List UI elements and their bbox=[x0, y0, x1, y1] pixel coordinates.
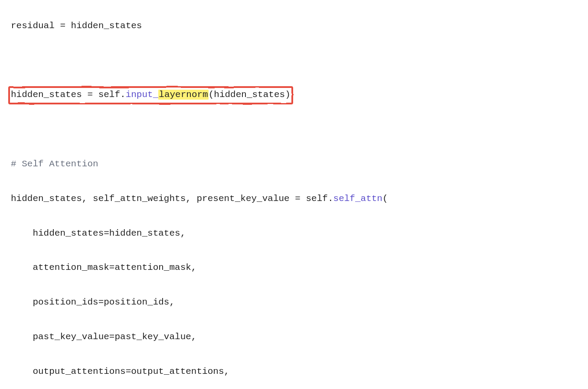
code-line: position_ids=position_ids, bbox=[11, 294, 586, 311]
code-line bbox=[11, 121, 586, 138]
code-attr: input_ bbox=[126, 90, 159, 100]
code-text: past_key_value=past_key_value, bbox=[11, 332, 196, 342]
code-text: (hidden_states) bbox=[209, 90, 291, 100]
code-line-highlight-box: hidden_states = self.input_layernorm(hid… bbox=[11, 86, 586, 104]
code-line: attention_mask=attention_mask, bbox=[11, 259, 586, 276]
code-block: residual = hidden_states hidden_states =… bbox=[0, 0, 588, 389]
code-text: ( bbox=[382, 194, 388, 204]
code-line bbox=[11, 52, 586, 69]
code-line: hidden_states, self_attn_weights, presen… bbox=[11, 190, 586, 207]
code-comment: # Self Attention bbox=[11, 159, 98, 169]
code-text: output_attentions=output_attentions, bbox=[11, 366, 229, 376]
code-text: hidden_states, self_attn_weights, presen… bbox=[11, 194, 333, 204]
code-line: past_key_value=past_key_value, bbox=[11, 328, 586, 346]
code-text: hidden_states=hidden_states, bbox=[11, 228, 186, 238]
code-call: self_attn bbox=[333, 194, 382, 204]
code-line: residual = hidden_states bbox=[11, 17, 586, 35]
code-text: hidden_states = self. bbox=[11, 90, 126, 100]
code-line: hidden_states=hidden_states, bbox=[11, 225, 586, 242]
code-line: output_attentions=output_attentions, bbox=[11, 363, 586, 380]
code-highlight: layernorm bbox=[158, 90, 208, 100]
code-text: attention_mask=attention_mask, bbox=[11, 263, 196, 272]
code-line: # Self Attention bbox=[11, 156, 586, 173]
code-text: position_ids=position_ids, bbox=[11, 297, 175, 307]
code-text: residual = hidden_states bbox=[11, 21, 142, 31]
